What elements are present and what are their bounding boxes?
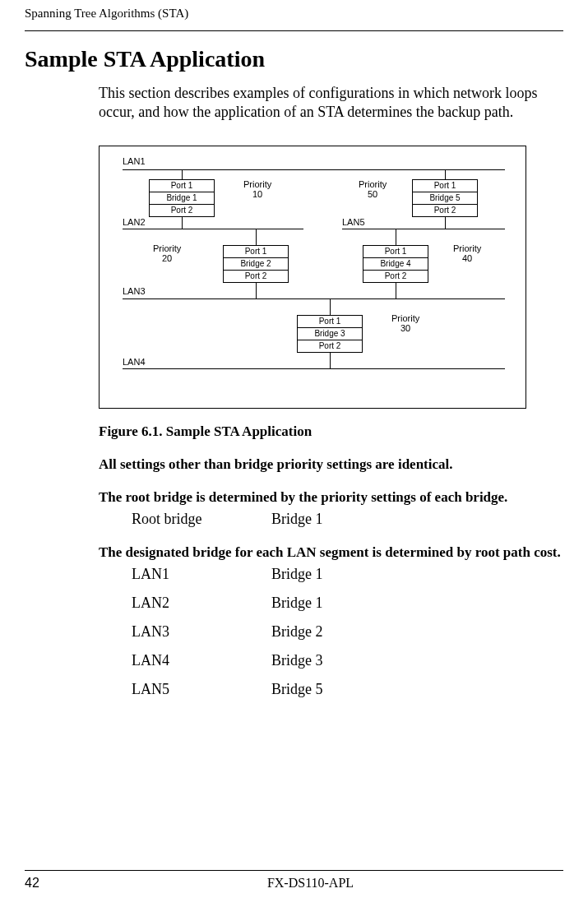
priority-20-label: Priority [153, 243, 181, 253]
list-item: LAN4 Bridge 3 [132, 652, 563, 669]
bridge1-port2: Port 2 [149, 205, 215, 217]
lan1-label: LAN1 [123, 156, 146, 166]
bridge-2: Port 1 Bridge 2 Port 2 [223, 245, 289, 283]
footer-rule [25, 870, 563, 871]
lan-key: LAN4 [132, 652, 271, 669]
bridge3-port1: Port 1 [297, 315, 363, 328]
priority-40: Priority 40 [453, 243, 481, 264]
lan5-to-b4-stub [396, 229, 396, 245]
bridge3-port2: Port 2 [297, 340, 363, 353]
priority-50-value: 50 [368, 189, 377, 199]
priority-30: Priority 30 [391, 313, 419, 334]
priority-10: Priority 10 [243, 179, 271, 200]
priority-30-label: Priority [391, 313, 419, 323]
b1-to-lan2-stub [182, 216, 183, 229]
bridge5-port1: Port 1 [412, 179, 478, 192]
priority-10-label: Priority [243, 179, 271, 189]
lan1-stub-right [445, 169, 446, 179]
lan-value: Bridge 1 [271, 595, 323, 612]
figure-diagram: LAN1 Port 1 Bridge 1 Port 2 Priority 10 … [99, 146, 526, 409]
bridge4-port1: Port 1 [363, 245, 428, 258]
lan3-to-b3-stub [330, 298, 331, 315]
list-item: LAN2 Bridge 1 [132, 595, 563, 612]
lan1-line [123, 169, 505, 170]
list-item: LAN1 Bridge 1 [132, 566, 563, 583]
bridge4-port2: Port 2 [363, 271, 428, 283]
bridge-1: Port 1 Bridge 1 Port 2 [149, 179, 215, 217]
bridge1-name: Bridge 1 [149, 192, 215, 205]
lan2-label: LAN2 [123, 217, 146, 227]
list-item: LAN3 Bridge 2 [132, 623, 563, 641]
b5-to-lan5-stub [445, 216, 446, 229]
lan-value: Bridge 2 [271, 623, 323, 641]
lan5-line [342, 229, 505, 229]
page-footer: 42 FX-DS110-APL [25, 870, 563, 891]
bridge4-name: Bridge 4 [363, 258, 428, 271]
lan3-label: LAN3 [123, 286, 146, 296]
lan3-line [123, 298, 505, 299]
bridge5-name: Bridge 5 [412, 192, 478, 205]
running-head: Spanning Tree Algorithms (STA) [25, 7, 563, 21]
priority-10-value: 10 [252, 189, 262, 199]
bridge2-port1: Port 1 [223, 245, 289, 258]
priority-50-label: Priority [359, 179, 387, 189]
bridge2-name: Bridge 2 [223, 258, 289, 271]
lan-value: Bridge 3 [271, 652, 323, 669]
para-designated-bridge: The designated bridge for each LAN segme… [99, 544, 563, 561]
priority-30-value: 30 [400, 323, 410, 333]
figure-caption: Figure 6.1. Sample STA Application [99, 423, 563, 440]
lan-key: LAN1 [132, 566, 271, 583]
lan-key: LAN5 [132, 681, 271, 698]
b3-to-lan4-stub [330, 352, 331, 368]
lan5-label: LAN5 [342, 217, 365, 227]
lan2-line [123, 229, 303, 229]
priority-20-value: 20 [162, 253, 172, 263]
bridge-3: Port 1 Bridge 3 Port 2 [297, 315, 363, 353]
lan4-line [123, 368, 505, 369]
bridge3-name: Bridge 3 [297, 328, 363, 340]
header-rule [25, 30, 563, 31]
root-bridge-row: Root bridge Bridge 1 [132, 511, 563, 528]
list-item: LAN5 Bridge 5 [132, 681, 563, 698]
bridge2-port2: Port 2 [223, 271, 289, 283]
lan-value: Bridge 1 [271, 566, 323, 583]
priority-40-label: Priority [453, 243, 481, 253]
intro-paragraph: This section describes examples of confi… [99, 84, 563, 123]
priority-20: Priority 20 [153, 243, 181, 264]
b2-to-lan3-stub [256, 282, 257, 298]
para-settings-identical: All settings other than bridge priority … [99, 456, 563, 473]
lan4-label: LAN4 [123, 357, 146, 367]
lan-key: LAN3 [132, 623, 271, 641]
priority-50: Priority 50 [359, 179, 387, 200]
lan-key: LAN2 [132, 595, 271, 612]
page-number: 42 [25, 876, 58, 891]
b4-to-lan3-stub [396, 282, 396, 298]
bridge1-port1: Port 1 [149, 179, 215, 192]
bridge5-port2: Port 2 [412, 205, 478, 217]
lan1-stub-left [182, 169, 183, 179]
bridge-5: Port 1 Bridge 5 Port 2 [412, 179, 478, 217]
page-title: Sample STA Application [25, 46, 563, 72]
root-bridge-key: Root bridge [132, 511, 271, 528]
lan2-to-b2-stub [256, 229, 257, 245]
doc-id: FX-DS110-APL [58, 876, 563, 891]
lan-value: Bridge 5 [271, 681, 323, 698]
bridge-4: Port 1 Bridge 4 Port 2 [363, 245, 428, 283]
priority-40-value: 40 [462, 253, 472, 263]
para-root-bridge: The root bridge is determined by the pri… [99, 489, 563, 506]
root-bridge-value: Bridge 1 [271, 511, 323, 528]
